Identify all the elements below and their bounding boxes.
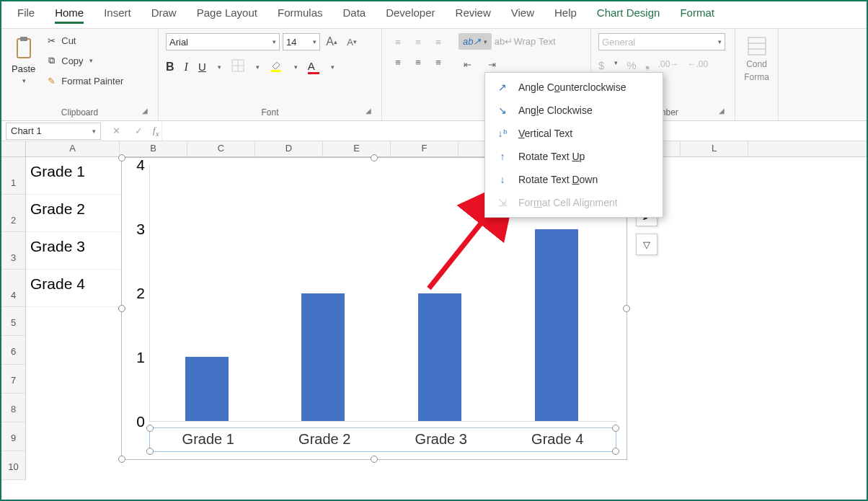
axis-handle[interactable] [612, 448, 619, 455]
resize-handle[interactable] [371, 456, 378, 463]
align-left-icon[interactable]: ≡ [389, 53, 407, 71]
tab-file[interactable]: File [17, 6, 35, 24]
tab-format[interactable]: Format [680, 6, 714, 24]
font-color-button[interactable]: A [308, 60, 319, 74]
dialog-launcher-icon[interactable]: ◢ [142, 107, 148, 115]
column-header[interactable]: D [255, 141, 323, 156]
align-middle-icon[interactable]: ≡ [409, 33, 427, 50]
row-header[interactable]: 10 [1, 451, 25, 480]
font-size-combo[interactable]: 14▾ [283, 33, 320, 50]
cell[interactable]: Grade 1 [26, 157, 120, 195]
column-header[interactable]: B [120, 141, 187, 156]
align-bottom-icon[interactable]: ≡ [430, 33, 447, 50]
tab-draw[interactable]: Draw [151, 6, 177, 24]
percent-button[interactable]: % [626, 59, 636, 72]
tab-formulas[interactable]: Formulas [278, 6, 323, 24]
orientation-button[interactable]: ab↗ ▾ [459, 33, 492, 50]
tab-help[interactable]: Help [554, 6, 577, 24]
row-headers: 12345678910 [1, 157, 26, 480]
resize-handle[interactable] [118, 456, 125, 463]
cancel-formula-icon[interactable]: ✕ [105, 125, 128, 136]
copy-button[interactable]: ⧉Copy▾ [44, 53, 125, 68]
column-header[interactable]: C [187, 141, 255, 156]
axis-handle[interactable] [612, 425, 619, 432]
align-center-icon[interactable]: ≡ [409, 53, 427, 71]
align-right-icon[interactable]: ≡ [430, 53, 447, 71]
enter-formula-icon[interactable]: ✓ [128, 125, 150, 136]
conditional-formatting-button[interactable]: Cond Forma [743, 33, 771, 85]
chart-bar[interactable] [418, 293, 461, 422]
menu-rotate-up[interactable]: ↑Rotate Text Up [485, 145, 663, 168]
resize-handle[interactable] [623, 305, 630, 312]
row-header[interactable]: 4 [1, 270, 25, 307]
decrease-indent-icon[interactable]: ⇤ [459, 56, 476, 73]
resize-handle[interactable] [118, 154, 125, 161]
menu-angle-cw[interactable]: ↘Angle Clockwise [485, 99, 663, 122]
chevron-down-icon: ▾ [294, 63, 298, 71]
increase-decimal-button[interactable]: .00→ [658, 59, 679, 72]
format-painter-button[interactable]: ✎Format Painter [44, 74, 125, 88]
fx-icon[interactable]: fx [150, 125, 161, 138]
menu-rotate-down[interactable]: ↓Rotate Text Down [485, 168, 663, 191]
menu-angle-ccw[interactable]: ↗Angle Counterclockwise [485, 76, 663, 99]
chart-x-axis[interactable]: Grade 1Grade 2Grade 3Grade 4 [149, 427, 616, 452]
italic-button[interactable]: I [185, 61, 188, 74]
align-top-icon[interactable]: ≡ [389, 33, 407, 50]
number-format-combo[interactable]: General▾ [598, 33, 725, 50]
underline-button[interactable]: U [198, 61, 206, 73]
tab-data[interactable]: Data [342, 6, 366, 24]
borders-button[interactable] [231, 59, 244, 74]
tab-developer[interactable]: Developer [386, 6, 435, 24]
tab-view[interactable]: View [511, 6, 534, 24]
decrease-font-icon[interactable]: A▾ [343, 33, 360, 50]
row-header[interactable]: 3 [1, 232, 25, 270]
cut-button[interactable]: ✂Cut [44, 33, 125, 48]
angle-ccw-icon: ↗ [495, 81, 510, 93]
dialog-launcher-icon[interactable]: ◢ [719, 107, 725, 115]
row-header[interactable]: 2 [1, 195, 25, 232]
column-header[interactable]: L [681, 141, 748, 156]
select-all-corner[interactable] [1, 141, 26, 157]
increase-indent-icon[interactable]: ⇥ [483, 56, 500, 73]
cell[interactable]: Grade 4 [26, 270, 120, 307]
chart-bar[interactable] [301, 293, 345, 422]
column-header[interactable]: F [391, 141, 459, 156]
resize-handle[interactable] [371, 154, 378, 161]
fill-color-button[interactable] [270, 59, 283, 74]
tab-review[interactable]: Review [456, 6, 491, 24]
row-header[interactable]: 7 [1, 365, 25, 394]
chart-filters-button[interactable]: ▽ [636, 234, 657, 255]
wrap-text-button[interactable]: ab↵Wrap Text [496, 35, 557, 49]
column-header[interactable]: A [26, 141, 120, 156]
resize-handle[interactable] [118, 305, 125, 312]
comma-button[interactable]: ❟ [645, 59, 650, 72]
worksheet-grid[interactable]: Grade 1Grade 2Grade 3Grade 4 01234 [26, 157, 867, 480]
currency-button[interactable]: $ [598, 59, 604, 72]
chevron-down-icon: ▾ [89, 57, 93, 64]
name-box[interactable]: Chart 1▾ [6, 123, 101, 140]
paste-button[interactable]: Paste ▾ [9, 33, 38, 87]
axis-handle[interactable] [146, 448, 154, 455]
row-header[interactable]: 8 [1, 394, 25, 422]
tab-home[interactable]: Home [55, 6, 84, 24]
menu-vertical-text[interactable]: ↓ᵇVertical Text [485, 122, 663, 145]
cell[interactable]: Grade 2 [26, 195, 120, 232]
row-header[interactable]: 9 [1, 422, 25, 451]
column-header[interactable]: E [323, 141, 391, 156]
row-header[interactable]: 5 [1, 307, 25, 336]
row-header[interactable]: 6 [1, 336, 25, 365]
chart-bar[interactable] [535, 229, 578, 421]
chart-y-axis[interactable]: 01234 [126, 165, 148, 422]
axis-handle[interactable] [146, 425, 154, 432]
decrease-decimal-button[interactable]: ←.00 [687, 59, 708, 72]
chart-bar[interactable] [185, 357, 229, 421]
tab-pagelayout[interactable]: Page Layout [197, 6, 257, 24]
cell[interactable]: Grade 3 [26, 232, 120, 270]
row-header[interactable]: 1 [1, 157, 25, 195]
tab-chartdesign[interactable]: Chart Design [597, 6, 660, 24]
dialog-launcher-icon[interactable]: ◢ [366, 107, 371, 115]
bold-button[interactable]: B [166, 61, 174, 74]
increase-font-icon[interactable]: A▴ [323, 33, 340, 50]
tab-insert[interactable]: Insert [104, 6, 131, 24]
font-name-combo[interactable]: Arial▾ [166, 33, 280, 50]
